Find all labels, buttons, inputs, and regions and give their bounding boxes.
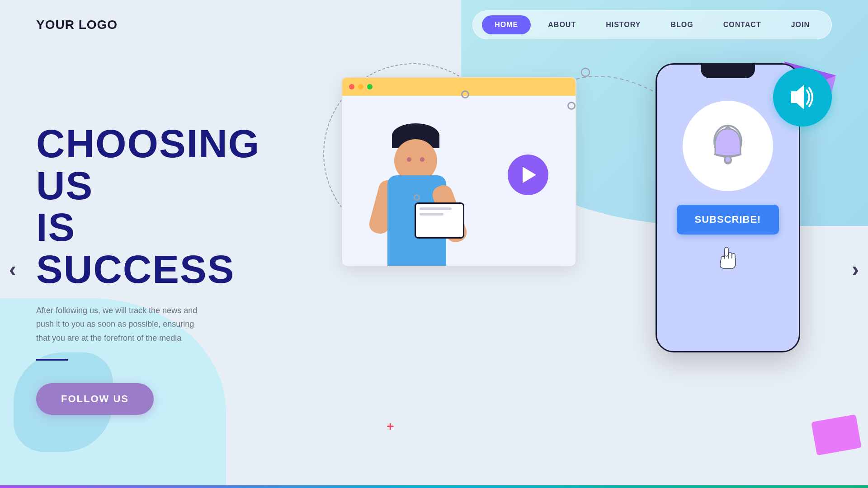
hero-title: CHOOSING US IS SUCCESS: [36, 123, 260, 290]
prev-arrow[interactable]: ‹: [9, 257, 16, 282]
bell-icon: [705, 123, 750, 169]
svg-rect-10: [725, 247, 728, 256]
hero-right: +: [296, 50, 868, 488]
play-icon: [523, 167, 536, 183]
header: YOUR LOGO HOME ABOUT HISTORY BLOG CONTAC…: [0, 0, 868, 50]
follow-us-button[interactable]: FOLLOW US: [36, 383, 154, 415]
nav-history[interactable]: HISTORY: [593, 15, 653, 34]
hero-divider: [36, 359, 68, 361]
tablet-line-1: [420, 207, 451, 210]
svg-point-1: [420, 157, 425, 162]
speaker-circle: [773, 68, 832, 127]
nav-about[interactable]: ABOUT: [535, 15, 589, 34]
browser-bar: [342, 78, 576, 96]
cursor-hand: [717, 244, 739, 271]
browser-content: [342, 96, 576, 266]
bell-container: [683, 101, 773, 191]
browser-dot-yellow: [358, 84, 363, 89]
svg-point-0: [407, 157, 411, 162]
envelope-2: [814, 418, 859, 452]
svg-marker-11: [791, 85, 804, 109]
svg-point-5: [725, 156, 731, 163]
envelope-body-2: [811, 414, 862, 455]
hero-title-line2: IS SUCCESS: [36, 205, 235, 291]
browser-dot-red: [349, 84, 354, 89]
hero-section: ‹ CHOOSING US IS SUCCESS After following…: [0, 50, 868, 488]
speaker-icon: [787, 81, 818, 113]
main-nav: HOME ABOUT HISTORY BLOG CONTACT JOIN: [472, 10, 832, 39]
tablet-lines: [416, 204, 463, 219]
svg-point-13: [581, 68, 590, 76]
nav-contact[interactable]: CONTACT: [711, 15, 774, 34]
phone-notch: [701, 65, 755, 78]
subscribe-button[interactable]: SUBSCRIBE!: [677, 205, 779, 235]
tablet: [415, 202, 464, 239]
browser-window: [341, 77, 576, 267]
nav-home[interactable]: HOME: [482, 15, 531, 34]
bottom-bar: [0, 485, 868, 488]
browser-dot-green: [367, 84, 373, 89]
hero-title-line1: CHOOSING US: [36, 121, 260, 207]
play-button[interactable]: [508, 155, 548, 195]
hero-left: CHOOSING US IS SUCCESS After following u…: [0, 96, 296, 441]
next-arrow[interactable]: ›: [852, 257, 859, 282]
tablet-line-2: [420, 213, 443, 216]
plus-sign: +: [387, 419, 394, 434]
nav-blog[interactable]: BLOG: [658, 15, 706, 34]
hand-cursor-icon: [717, 244, 739, 271]
nav-join[interactable]: JOIN: [778, 15, 822, 34]
hero-description: After following us, we will track the ne…: [36, 304, 208, 345]
logo: YOUR LOGO: [36, 18, 118, 32]
character: [369, 121, 469, 266]
